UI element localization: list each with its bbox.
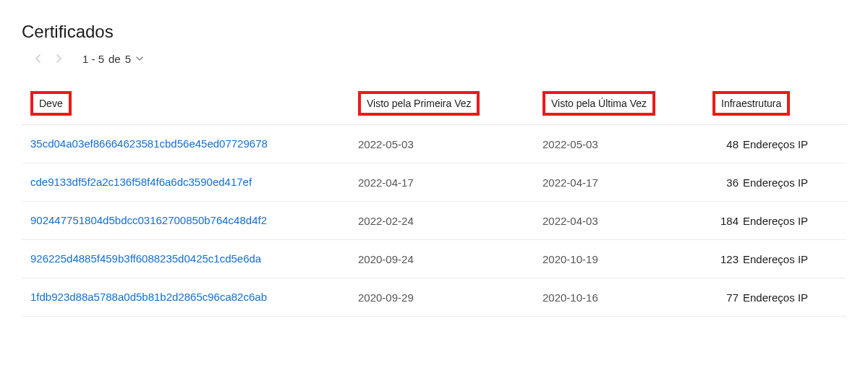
column-header-infrastructure[interactable]: Infraestrutura bbox=[712, 91, 790, 116]
column-header-hash[interactable]: Deve bbox=[30, 91, 72, 116]
infra-count: 36 bbox=[712, 176, 739, 189]
first-seen-value: 2022-04-17 bbox=[358, 176, 542, 189]
certificate-hash-link[interactable]: 926225d4885f459b3ff6088235d0425c1cd5e6da bbox=[30, 252, 261, 265]
table-header-row: Deve Visto pela Primeira Vez Visto pela … bbox=[22, 91, 846, 125]
last-seen-value: 2022-05-03 bbox=[542, 138, 712, 150]
table-row: 35cd04a03ef86664623581cbd56e45ed07729678… bbox=[22, 125, 846, 163]
page-range: 1 - 5 bbox=[82, 53, 104, 65]
table-row: cde9133df5f2a2c136f58f4f6a6dc3590ed417ef… bbox=[22, 163, 846, 202]
infra-count: 77 bbox=[712, 291, 739, 304]
certificate-hash-link[interactable]: 902447751804d5bdcc03162700850b764c48d4f2 bbox=[30, 214, 267, 226]
page-indicator[interactable]: 1 - 5 de 5 bbox=[82, 53, 144, 65]
page-title: Certificados bbox=[22, 22, 846, 42]
table-row: 926225d4885f459b3ff6088235d0425c1cd5e6da… bbox=[22, 240, 846, 278]
infra-count: 123 bbox=[712, 253, 739, 265]
page-total: 5 bbox=[125, 53, 131, 65]
last-seen-value: 2022-04-03 bbox=[542, 215, 712, 227]
first-seen-value: 2022-02-24 bbox=[358, 215, 542, 227]
first-seen-value: 2022-05-03 bbox=[358, 138, 542, 150]
certificate-hash-link[interactable]: 35cd04a03ef86664623581cbd56e45ed07729678 bbox=[30, 137, 268, 150]
table-row: 902447751804d5bdcc03162700850b764c48d4f2… bbox=[22, 202, 846, 240]
last-seen-value: 2020-10-16 bbox=[542, 291, 712, 304]
infra-unit-label: Endereços IP bbox=[743, 138, 808, 150]
chevron-right-icon bbox=[54, 54, 63, 64]
certificate-hash-link[interactable]: cde9133df5f2a2c136f58f4f6a6dc3590ed417ef bbox=[30, 176, 252, 188]
certificates-table: Deve Visto pela Primeira Vez Visto pela … bbox=[22, 91, 846, 317]
infra-count: 48 bbox=[712, 138, 739, 150]
chevron-left-icon bbox=[34, 54, 43, 64]
infra-count: 184 bbox=[712, 215, 739, 227]
infra-unit-label: Endereços IP bbox=[743, 253, 808, 265]
certificate-hash-link[interactable]: 1fdb923d88a5788a0d5b81b2d2865c96ca82c6ab bbox=[30, 291, 267, 303]
pagination-bar: 1 - 5 de 5 bbox=[22, 52, 846, 65]
infra-unit-label: Endereços IP bbox=[743, 215, 808, 227]
first-seen-value: 2020-09-29 bbox=[358, 291, 542, 304]
infra-unit-label: Endereços IP bbox=[743, 176, 808, 189]
pagination-next-button[interactable] bbox=[52, 52, 65, 65]
infra-unit-label: Endereços IP bbox=[743, 291, 808, 304]
first-seen-value: 2020-09-24 bbox=[358, 253, 542, 265]
last-seen-value: 2022-04-17 bbox=[542, 176, 712, 189]
column-header-last-seen[interactable]: Visto pela Última Vez bbox=[542, 91, 655, 116]
page-of-word: de bbox=[109, 53, 121, 65]
last-seen-value: 2020-10-19 bbox=[542, 253, 712, 265]
column-header-first-seen[interactable]: Visto pela Primeira Vez bbox=[358, 91, 480, 116]
chevron-down-icon bbox=[135, 54, 144, 63]
pagination-prev-button[interactable] bbox=[32, 52, 45, 65]
table-row: 1fdb923d88a5788a0d5b81b2d2865c96ca82c6ab… bbox=[22, 278, 846, 317]
